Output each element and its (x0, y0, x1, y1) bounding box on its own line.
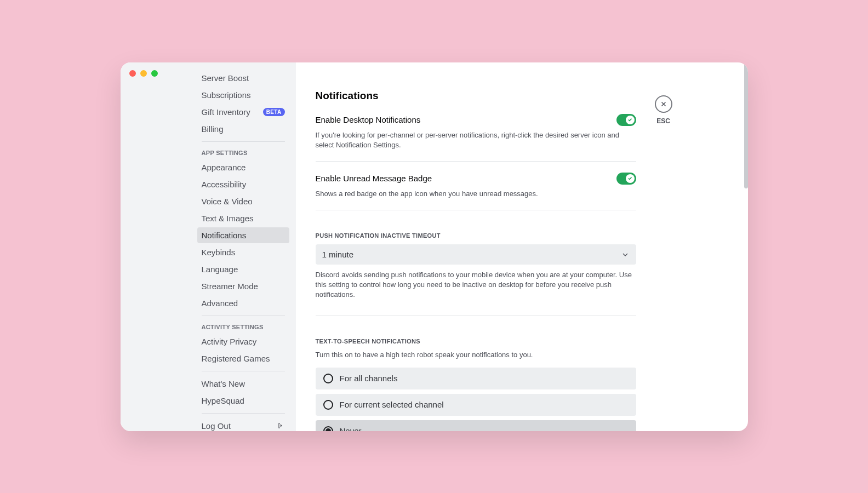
sidebar-item-registered-games[interactable]: Registered Games (197, 351, 289, 366)
sidebar-item-streamer-mode[interactable]: Streamer Mode (197, 278, 289, 294)
setting-description: Discord avoids sending push notification… (316, 270, 636, 300)
sidebar-item-subscriptions[interactable]: Subscriptions (197, 87, 289, 103)
sidebar-item-notifications[interactable]: Notifications (197, 227, 289, 243)
sidebar-item-appearance[interactable]: Appearance (197, 159, 289, 175)
select-value: 1 minute (322, 250, 354, 259)
sidebar-item-language[interactable]: Language (197, 261, 289, 277)
sidebar: Server Boost Subscriptions Gift Inventor… (121, 62, 296, 431)
maximize-window-icon[interactable] (151, 70, 158, 77)
radio-icon (323, 374, 333, 383)
divider (202, 316, 285, 316)
close-button[interactable] (655, 95, 672, 113)
close-label: ESC (656, 117, 670, 125)
minimize-window-icon[interactable] (140, 70, 147, 77)
divider (202, 371, 285, 371)
toggle-knob (626, 116, 635, 124)
toggle-knob (626, 174, 635, 183)
tts-radio-group: For all channels For current selected ch… (316, 368, 636, 431)
tts-option-current-channel[interactable]: For current selected channel (316, 394, 636, 416)
sidebar-item-billing[interactable]: Billing (197, 121, 289, 137)
radio-label: Never (340, 426, 362, 431)
unread-badge-toggle[interactable] (616, 173, 636, 185)
sidebar-nav: Server Boost Subscriptions Gift Inventor… (121, 70, 296, 431)
divider (316, 316, 636, 316)
page-title: Notifications (316, 90, 636, 102)
close-icon (660, 100, 667, 108)
close-window-icon[interactable] (129, 70, 136, 77)
sidebar-item-server-boost[interactable]: Server Boost (197, 70, 289, 86)
check-icon (627, 176, 632, 181)
push-timeout-label: PUSH NOTIFICATION INACTIVE TIMEOUT (316, 232, 636, 239)
window-controls (129, 70, 158, 77)
divider (316, 161, 636, 162)
divider (202, 141, 285, 142)
setting-description: Turn this on to have a high tech robot s… (316, 350, 636, 360)
scrollbar[interactable] (744, 62, 748, 188)
setting-title: Enable Unread Message Badge (316, 174, 432, 183)
sidebar-item-voice-video[interactable]: Voice & Video (197, 193, 289, 209)
tts-option-never[interactable]: Never (316, 420, 636, 431)
tts-option-all-channels[interactable]: For all channels (316, 368, 636, 389)
logout-icon (277, 422, 285, 429)
close-column: ESC (636, 90, 672, 431)
divider (316, 210, 636, 210)
check-icon (627, 117, 632, 122)
main-panel: Notifications Enable Desktop Notificatio… (296, 62, 748, 431)
push-timeout-select[interactable]: 1 minute (316, 244, 636, 265)
content-area: Notifications Enable Desktop Notificatio… (316, 90, 636, 431)
settings-window: Server Boost Subscriptions Gift Inventor… (121, 62, 748, 431)
radio-icon (323, 400, 333, 410)
radio-label: For all channels (340, 374, 398, 383)
setting-desktop-notifications: Enable Desktop Notifications (316, 114, 636, 126)
sidebar-item-accessibility[interactable]: Accessibility (197, 176, 289, 192)
tts-label: TEXT-TO-SPEECH NOTIFICATIONS (316, 338, 636, 345)
sidebar-item-text-images[interactable]: Text & Images (197, 210, 289, 226)
sidebar-header-app-settings: APP SETTINGS (197, 146, 289, 159)
setting-description: Shows a red badge on the app icon when y… (316, 189, 636, 199)
sidebar-item-advanced[interactable]: Advanced (197, 295, 289, 311)
radio-icon (323, 426, 333, 431)
beta-badge: BETA (263, 108, 285, 116)
desktop-notifications-toggle[interactable] (616, 114, 636, 126)
sidebar-header-activity-settings: ACTIVITY SETTINGS (197, 320, 289, 334)
sidebar-item-activity-privacy[interactable]: Activity Privacy (197, 334, 289, 349)
sidebar-item-keybinds[interactable]: Keybinds (197, 244, 289, 260)
setting-unread-badge: Enable Unread Message Badge (316, 173, 636, 185)
chevron-down-icon (621, 250, 630, 259)
sidebar-item-gift-inventory[interactable]: Gift Inventory BETA (197, 104, 289, 120)
sidebar-item-hypesquad[interactable]: HypeSquad (197, 393, 289, 409)
divider (202, 413, 285, 414)
sidebar-item-logout[interactable]: Log Out (197, 418, 289, 431)
setting-title: Enable Desktop Notifications (316, 115, 421, 124)
setting-description: If you're looking for per-channel or per… (316, 130, 636, 150)
radio-label: For current selected channel (340, 400, 444, 409)
sidebar-item-whats-new[interactable]: What's New (197, 376, 289, 392)
